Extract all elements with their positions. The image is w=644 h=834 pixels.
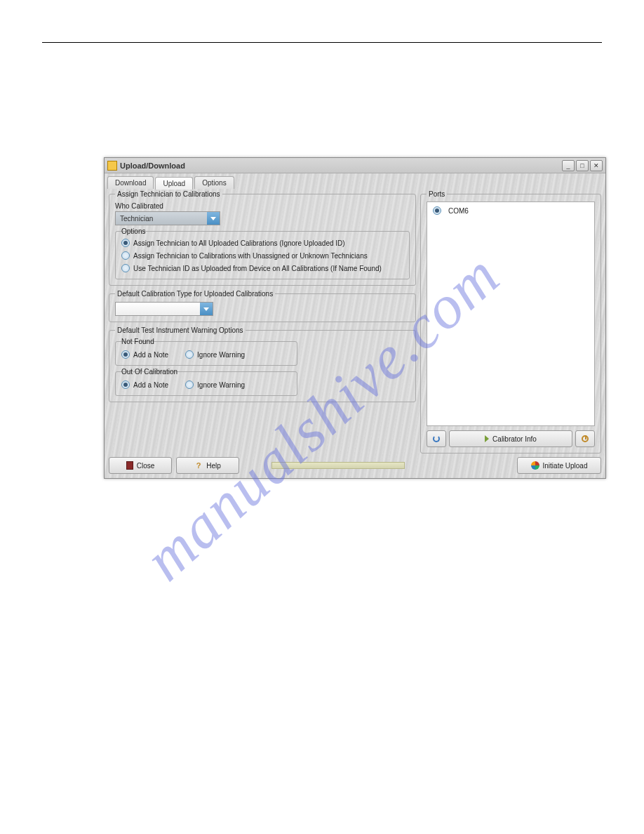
upload-icon (531, 461, 539, 470)
notfound-ignore[interactable]: Ignore Warning (185, 348, 245, 361)
minimize-button[interactable]: _ (562, 160, 575, 171)
refresh-ports-button[interactable] (427, 430, 446, 447)
calibration-type-dropdown[interactable] (115, 302, 213, 316)
footer-bar: Close ? Help Initiate Upload (105, 453, 605, 478)
content-area: Assign Technician to Calibrations Who Ca… (105, 189, 605, 462)
radio-icon (121, 380, 130, 389)
outofcal-legend: Out Of Calibration (121, 368, 291, 376)
notfound-add-note[interactable]: Add a Note (121, 348, 168, 361)
initiate-upload-button[interactable]: Initiate Upload (517, 457, 601, 474)
power-button[interactable] (575, 430, 595, 447)
tab-upload[interactable]: Upload (155, 177, 193, 190)
choice-label: Add a Note (133, 381, 168, 389)
window-title: Upload/Download (120, 161, 562, 170)
option-use-uploaded-id[interactable]: Use Technician ID as Uploaded from Devic… (121, 262, 403, 274)
option-assign-all[interactable]: Assign Technician to All Uploaded Calibr… (121, 237, 403, 249)
outofcal-ignore[interactable]: Ignore Warning (185, 378, 245, 391)
radio-icon (185, 350, 194, 359)
assign-legend: Assign Technician to Calibrations (115, 190, 222, 198)
choice-label: Add a Note (133, 351, 168, 359)
tab-options[interactable]: Options (194, 176, 234, 189)
ports-group: Ports COM6 Calibrator Info (420, 190, 601, 454)
radio-icon (121, 239, 130, 247)
left-panel: Assign Technician to Calibrations Who Ca… (105, 189, 420, 462)
ports-list[interactable]: COM6 (427, 201, 595, 426)
option-assign-unassigned[interactable]: Assign Technician to Calibrations with U… (121, 249, 403, 262)
footer-spacer-bar (271, 462, 405, 469)
choice-label: Ignore Warning (197, 351, 245, 359)
warnopts-legend: Default Test Instrument Warning Options (115, 326, 246, 334)
warning-options-group: Default Test Instrument Warning Options … (109, 326, 416, 402)
window-controls: _ □ ✕ (562, 160, 603, 171)
port-label: COM6 (448, 207, 469, 215)
close-label: Close (137, 462, 155, 470)
window-body: Download Upload Options Assign Technicia… (105, 173, 605, 478)
app-icon (107, 161, 117, 171)
calibrator-icon (485, 435, 489, 442)
page-divider (42, 42, 602, 43)
who-calibrated-label: Who Calibrated (115, 202, 410, 210)
option-label: Assign Technician to Calibrations with U… (133, 252, 368, 260)
calibrator-info-label: Calibrator Info (492, 435, 537, 443)
chevron-down-icon (207, 212, 220, 225)
caltype-legend: Default Calibration Type for Uploaded Ca… (115, 290, 275, 298)
who-calibrated-dropdown[interactable]: Technician (115, 211, 220, 225)
calibrator-info-button[interactable]: Calibrator Info (449, 430, 572, 447)
options-legend: Options (121, 227, 156, 235)
notfound-legend: Not Found (121, 338, 291, 345)
port-item[interactable]: COM6 (430, 205, 591, 216)
power-icon (582, 435, 589, 442)
choice-label: Ignore Warning (197, 381, 245, 389)
assign-technician-group: Assign Technician to Calibrations Who Ca… (109, 190, 416, 286)
maximize-button[interactable]: □ (576, 160, 589, 171)
tab-bar: Download Upload Options (105, 173, 605, 189)
close-window-button[interactable]: ✕ (590, 160, 603, 171)
default-calibration-type-group: Default Calibration Type for Uploaded Ca… (109, 290, 416, 322)
option-label: Use Technician ID as Uploaded from Devic… (133, 265, 382, 272)
ports-legend: Ports (427, 190, 447, 198)
radio-icon (121, 251, 130, 260)
not-found-group: Not Found Add a Note Ignore Warning (115, 341, 297, 366)
chevron-down-icon (200, 303, 213, 315)
close-icon (126, 461, 133, 470)
close-button[interactable]: Close (109, 457, 172, 474)
help-icon: ? (194, 461, 203, 470)
out-of-calibration-group: Out Of Calibration Add a Note Ignore War… (115, 371, 297, 396)
outofcal-add-note[interactable]: Add a Note (121, 378, 168, 391)
help-label: Help (206, 462, 221, 470)
refresh-icon (433, 435, 440, 442)
radio-icon (185, 380, 194, 389)
initiate-label: Initiate Upload (543, 462, 588, 470)
assign-options-group: Options Assign Technician to All Uploade… (115, 231, 410, 279)
radio-icon (121, 264, 130, 272)
titlebar: Upload/Download _ □ ✕ (105, 158, 605, 173)
who-calibrated-value: Technician (116, 215, 207, 223)
ports-toolbar: Calibrator Info (427, 430, 595, 447)
help-button[interactable]: ? Help (176, 457, 239, 474)
tab-download[interactable]: Download (107, 176, 154, 189)
radio-icon (433, 206, 441, 215)
radio-icon (121, 350, 130, 359)
option-label: Assign Technician to All Uploaded Calibr… (133, 239, 345, 247)
right-panel: Ports COM6 Calibrator Info (420, 189, 605, 462)
upload-download-window: Upload/Download _ □ ✕ Download Upload Op… (104, 157, 606, 479)
